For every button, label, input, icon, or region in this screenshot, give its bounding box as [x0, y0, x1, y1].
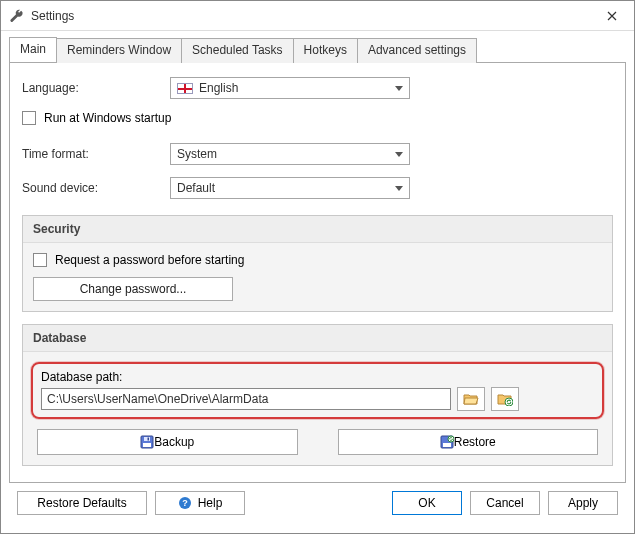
- close-button[interactable]: [590, 1, 634, 30]
- uk-flag-icon: [177, 83, 193, 94]
- help-label: Help: [198, 496, 223, 510]
- close-icon: [607, 11, 617, 21]
- wrench-icon: [9, 8, 25, 24]
- help-button[interactable]: ? Help: [155, 491, 245, 515]
- svg-rect-2: [143, 443, 151, 447]
- time-format-combo[interactable]: System: [170, 143, 410, 165]
- run-startup-checkbox[interactable]: [22, 111, 36, 125]
- svg-rect-6: [443, 443, 451, 447]
- security-group: Security Request a password before start…: [22, 215, 613, 312]
- browse-folder-button[interactable]: [457, 387, 485, 411]
- tab-advanced[interactable]: Advanced settings: [357, 38, 477, 63]
- language-label: Language:: [22, 81, 170, 95]
- tabpanel-main: Language: English Run at Windows startup…: [9, 62, 626, 483]
- restore-button[interactable]: Restore: [338, 429, 599, 455]
- backup-button[interactable]: Backup: [37, 429, 298, 455]
- sync-folder-button[interactable]: [491, 387, 519, 411]
- help-icon: ?: [178, 496, 192, 510]
- database-legend: Database: [23, 325, 612, 352]
- tab-hotkeys[interactable]: Hotkeys: [293, 38, 358, 63]
- change-password-label: Change password...: [80, 282, 187, 296]
- security-legend: Security: [23, 216, 612, 243]
- run-startup-label: Run at Windows startup: [44, 111, 171, 125]
- language-combo[interactable]: English: [170, 77, 410, 99]
- tabstrip: Main Reminders Window Scheduled Tasks Ho…: [9, 37, 626, 62]
- restore-defaults-label: Restore Defaults: [37, 496, 126, 510]
- database-group: Database Database path:: [22, 324, 613, 466]
- language-value: English: [199, 81, 238, 95]
- svg-text:?: ?: [182, 498, 188, 508]
- svg-rect-3: [144, 437, 150, 441]
- tab-scheduled[interactable]: Scheduled Tasks: [181, 38, 294, 63]
- dialog-content: Main Reminders Window Scheduled Tasks Ho…: [1, 31, 634, 533]
- cancel-button[interactable]: Cancel: [470, 491, 540, 515]
- database-path-highlight: Database path:: [31, 362, 604, 419]
- folder-open-icon: [463, 392, 479, 406]
- request-password-checkbox[interactable]: [33, 253, 47, 267]
- restore-label: Restore: [454, 435, 496, 449]
- cancel-label: Cancel: [486, 496, 523, 510]
- folder-sync-icon: [497, 392, 513, 406]
- backup-label: Backup: [154, 435, 194, 449]
- ok-label: OK: [418, 496, 435, 510]
- settings-window: Settings Main Reminders Window Scheduled…: [0, 0, 635, 534]
- sound-device-combo[interactable]: Default: [170, 177, 410, 199]
- apply-button[interactable]: Apply: [548, 491, 618, 515]
- change-password-button[interactable]: Change password...: [33, 277, 233, 301]
- restore-icon: [440, 435, 454, 449]
- request-password-label: Request a password before starting: [55, 253, 244, 267]
- save-icon: [140, 435, 154, 449]
- database-path-label: Database path:: [41, 370, 594, 384]
- restore-defaults-button[interactable]: Restore Defaults: [17, 491, 147, 515]
- ok-button[interactable]: OK: [392, 491, 462, 515]
- database-path-input[interactable]: [41, 388, 451, 410]
- titlebar: Settings: [1, 1, 634, 31]
- time-format-label: Time format:: [22, 147, 170, 161]
- sound-device-label: Sound device:: [22, 181, 170, 195]
- window-title: Settings: [31, 9, 590, 23]
- tab-main[interactable]: Main: [9, 37, 57, 62]
- apply-label: Apply: [568, 496, 598, 510]
- sound-device-value: Default: [177, 181, 215, 195]
- tab-reminders[interactable]: Reminders Window: [56, 38, 182, 63]
- dialog-footer: Restore Defaults ? Help OK Cancel Apply: [9, 483, 626, 525]
- time-format-value: System: [177, 147, 217, 161]
- svg-point-0: [505, 398, 513, 406]
- svg-rect-4: [148, 438, 150, 441]
